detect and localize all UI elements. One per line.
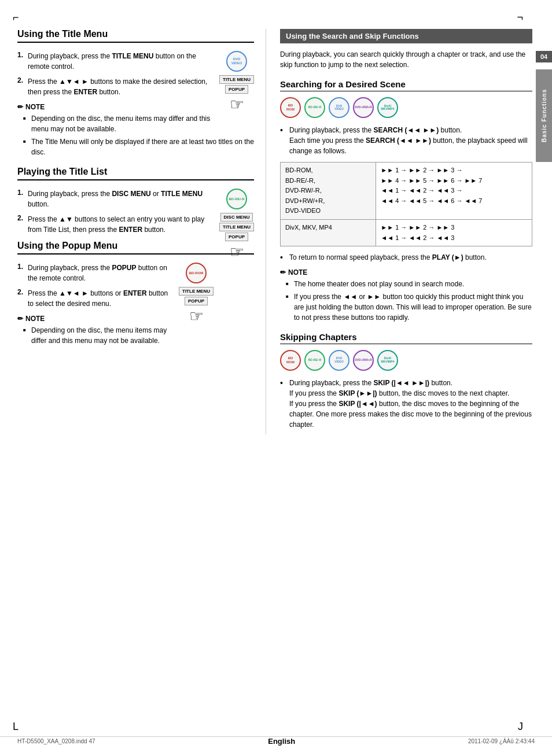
search-bullet-1: • During playback, press the SEARCH (◄◄ …: [280, 125, 532, 156]
title-list-heading: Playing the Title List: [17, 167, 254, 180]
search-badge-dvd-video: DVDVIDEO: [329, 97, 349, 118]
title-list-buttons: BD-RE/-R DISC MENU TITLE MENU POPUP ☞: [219, 189, 254, 261]
section-search: Searching for a Desired Scene BDROM BD-R…: [280, 79, 532, 323]
pm-step-2-text: Press the ▲▼◄ ► buttons or ENTER button …: [28, 288, 173, 309]
step-2-text: Press the ▲▼◄ ► buttons to make the desi…: [28, 76, 214, 97]
search-badge-bd-re: BD-RE/-R: [304, 97, 325, 118]
skip-badge-dvd-video: DVDVIDEO: [329, 350, 349, 371]
skip-disc-badges: BDROM BD-RE/-R DVDVIDEO DVD+RW/+R DivX/M…: [280, 350, 532, 371]
corner-mark-bl: L: [13, 721, 19, 733]
speed-disc-2: DivX, MKV, MP4: [281, 219, 376, 246]
search-badge-bd-rom: BDROM: [280, 97, 301, 118]
step-1-text: During playback, press the TITLE MENU bu…: [28, 51, 214, 72]
skip-bullet-1: • During playback, press the SKIP (|◄◄ ►…: [280, 378, 532, 430]
title-list-remote: BD-RE/-R DISC MENU TITLE MENU POPUP ☞: [219, 189, 254, 261]
pm-step-2: 2. Press the ▲▼◄ ► buttons or ENTER butt…: [17, 288, 173, 309]
search-skip-header: Using the Search and Skip Functions: [280, 29, 532, 43]
right-column: Using the Search and Skip Functions Duri…: [266, 29, 532, 434]
footer-language: English: [268, 737, 295, 746]
step-2-num: 2.: [17, 76, 28, 84]
skip-badge-dvdrw: DVD+RW/+R: [353, 350, 374, 371]
search-note-list: The home theater does not play sound in …: [280, 279, 532, 323]
hand-icon-1: ☞: [230, 95, 244, 114]
title-menu-label: TITLE MENU: [219, 75, 254, 84]
corner-mark-tr: ¬: [517, 12, 523, 24]
popup-menu-note: ✏ NOTE Depending on the disc, the menu i…: [17, 315, 254, 346]
search-skip-intro: During playback, you can search quickly …: [280, 49, 532, 70]
step-2: 2. Press the ▲▼◄ ► buttons to make the d…: [17, 76, 214, 97]
play-return-text: To return to normal speed playback, pres…: [289, 252, 532, 263]
tl-step-2-text: Press the ▲▼ buttons to select an entry …: [28, 214, 214, 235]
note-label-3: NOTE: [25, 315, 45, 323]
note-pencil-search: ✏: [280, 268, 286, 276]
search-badge-divx: DivX/MKV/MP4: [377, 97, 398, 118]
popup-menu-steps: 1. During playback, press the POPUP butt…: [17, 263, 254, 309]
popup-note-item-1: Depending on the disc, the menu items ma…: [23, 325, 254, 346]
popup-menu-remote: BD-ROM TITLE MENU POPUP ☞: [179, 263, 214, 326]
search-disc-badges: BDROM BD-RE/-R DVDVIDEO DVD+RW/+R DivX/M…: [280, 97, 532, 118]
page-wrapper: ⌐ ¬ L J 04 Basic Functions Using the Tit…: [0, 0, 552, 756]
pm-step-2-num: 2.: [17, 288, 28, 296]
title-menu-heading: Using the Title Menu: [17, 29, 254, 43]
chapter-number: 04: [536, 51, 552, 62]
skip-heading: Skipping Chapters: [280, 332, 532, 344]
section-popup-menu: Using the Popup Menu BD-ROM TITLE MENU P…: [17, 241, 254, 346]
corner-mark-tl: ⌐: [13, 12, 19, 24]
section-skip: Skipping Chapters BDROM BD-RE/-R DVDVIDE…: [280, 332, 532, 430]
search-heading: Searching for a Desired Scene: [280, 79, 532, 91]
speed-disc-1: BD-ROM,BD-RE/-R,DVD-RW/-R,DVD+RW/+R,DVD-…: [281, 163, 376, 220]
popup-menu-buttons: BD-ROM TITLE MENU POPUP ☞: [179, 263, 214, 326]
note-item-2: The Title Menu will only be displayed if…: [23, 137, 254, 157]
tl-step-2: 2. Press the ▲▼ buttons to select an ent…: [17, 214, 214, 235]
note-item-1: Depending on the disc, the menu items ma…: [23, 113, 254, 134]
bd-re-badge: BD-RE/-R: [226, 189, 247, 209]
speed-row-1: BD-ROM,BD-RE/-R,DVD-RW/-R,DVD+RW/+R,DVD-…: [281, 163, 532, 220]
note-list-3: Depending on the disc, the menu items ma…: [17, 325, 254, 346]
title-menu-label-3: TITLE MENU: [179, 287, 214, 296]
note-label-search: NOTE: [288, 268, 307, 276]
note-list-1: Depending on the disc, the menu items ma…: [17, 113, 254, 157]
title-menu-steps: 1. During playback, press the TITLE MENU…: [17, 51, 254, 97]
speed-values-2: ►► 1 → ►► 2 → ►► 3 ◄◄ 1 → ◄◄ 2 → ◄◄ 3: [376, 219, 532, 246]
popup-label-3: POPUP: [185, 297, 208, 305]
speed-values-1: ►► 1 → ►► 2 → ►► 3 → ►► 4 → ►► 5 → ►► 6 …: [376, 163, 532, 220]
pm-step-1: 1. During playback, press the POPUP butt…: [17, 263, 173, 283]
play-return-note: • To return to normal speed playback, pr…: [280, 252, 532, 264]
popup-label-2: POPUP: [225, 233, 248, 241]
skip-badge-bd-rom: BDROM: [280, 350, 301, 371]
left-column: Using the Title Menu DVDVIDEO TITLE MENU…: [17, 29, 266, 434]
pm-step-1-num: 1.: [17, 263, 28, 271]
popup-menu-heading: Using the Popup Menu: [17, 241, 254, 255]
step-1-num: 1.: [17, 51, 28, 59]
skip-badge-divx: DivX/MKV/MP4: [377, 350, 398, 371]
search-note-1: The home theater does not play sound in …: [286, 279, 532, 289]
footer: HT-D5500_XAA_0208.indd 47 English 2011-0…: [0, 736, 552, 746]
section-title-list: Playing the Title List BD-RE/-R DISC MEN…: [17, 167, 254, 235]
title-menu-buttons: DVDVIDEO TITLE MENU POPUP ☞: [219, 51, 254, 114]
bullet-dot-play: •: [280, 252, 287, 264]
bullet-dot-1: •: [280, 125, 287, 137]
chapter-tab: Basic Functions: [536, 69, 552, 162]
title-menu-label-2: TITLE MENU: [219, 223, 254, 231]
tl-step-1: 1. During playback, press the DISC MENU …: [17, 189, 214, 209]
note-label-1: NOTE: [25, 103, 45, 111]
bd-rom-badge: BD-ROM: [186, 263, 207, 283]
footer-right: 2011-02-09 ¿ÀÀû 2:43:44: [468, 738, 535, 744]
note-pencil-icon: ✏: [17, 103, 23, 111]
section-title-menu: Using the Title Menu DVDVIDEO TITLE MENU…: [17, 29, 254, 157]
search-bullet-1-text: During playback, press the SEARCH (◄◄ ►►…: [289, 125, 532, 156]
search-note: ✏ NOTE The home theater does not play so…: [280, 268, 532, 323]
hand-icon-3: ☞: [189, 307, 204, 326]
skip-badge-bd-re: BD-RE/-R: [304, 350, 325, 371]
pm-step-1-text: During playback, press the POPUP button …: [28, 263, 173, 283]
speed-table: BD-ROM,BD-RE/-R,DVD-RW/-R,DVD+RW/+R,DVD-…: [280, 162, 532, 246]
title-list-steps: 1. During playback, press the DISC MENU …: [17, 189, 254, 235]
note-pencil-icon-3: ✏: [17, 315, 23, 323]
note-header-3: ✏ NOTE: [17, 315, 173, 323]
tl-step-1-text: During playback, press the DISC MENU or …: [28, 189, 214, 209]
note-header-search: ✏ NOTE: [280, 268, 532, 276]
hand-icon-2: ☞: [230, 242, 244, 261]
step-1: 1. During playback, press the TITLE MENU…: [17, 51, 214, 72]
title-menu-note: ✏ NOTE Depending on the disc, the menu i…: [17, 103, 254, 157]
disc-menu-label: DISC MENU: [220, 213, 253, 222]
